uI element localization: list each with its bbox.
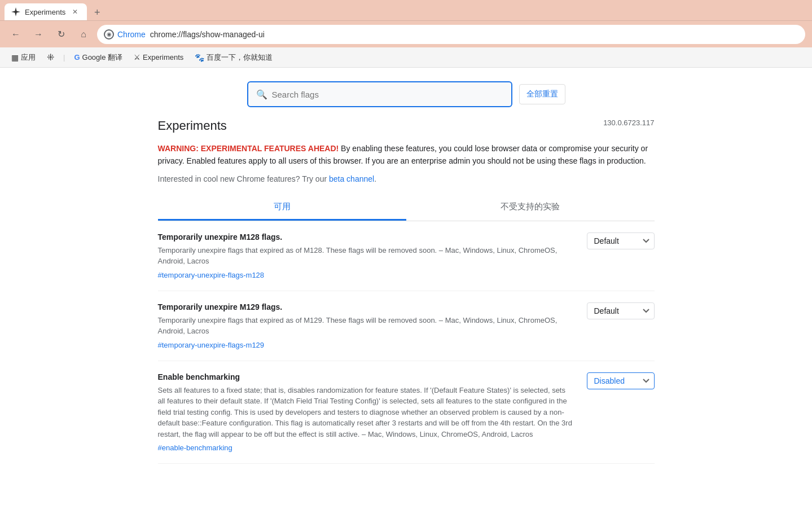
flag-content-m128: Temporarily unexpire M128 flags. Tempora… — [158, 232, 573, 279]
bookmark-experiments-label: Experiments — [143, 53, 183, 62]
search-icon: 🔍 — [256, 89, 267, 100]
flag-control-m129: DefaultEnabledDisabled — [587, 302, 655, 319]
address-bar[interactable]: ◉ Chrome chrome://flags/show-managed-ui — [97, 25, 805, 44]
security-icon: ◉ — [104, 29, 114, 39]
bookmark-google-translate[interactable]: G Google 翻译 — [69, 50, 127, 65]
reset-all-button[interactable]: 全部重置 — [519, 84, 565, 104]
page-title: Experiments — [158, 118, 227, 133]
version-text: 130.0.6723.117 — [603, 118, 654, 127]
browser-tab[interactable]: Experiments ✕ — [5, 3, 87, 20]
reload-button[interactable]: ↻ — [52, 25, 70, 43]
page-body: Experiments 130.0.6723.117 WARNING: EXPE… — [135, 118, 677, 486]
separator-1: | — [63, 53, 65, 62]
flags-list: Temporarily unexpire M128 flags. Tempora… — [158, 221, 655, 464]
tab-title: Experiments — [25, 8, 65, 16]
url-text: chrome://flags/show-managed-ui — [150, 30, 265, 39]
experiments-icon: ⚔ — [134, 53, 141, 62]
bookmark-baidu[interactable]: 🐾 百度一下，你就知道 — [190, 50, 277, 65]
interest-paragraph: Interested in cool new Chrome features? … — [158, 174, 655, 183]
bookmarks-bar: ▦ 应用 ⁜ | G Google 翻译 ⚔ Experiments 🐾 百度一… — [0, 47, 812, 68]
forward-button[interactable]: → — [29, 25, 47, 43]
tab-close-button[interactable]: ✕ — [70, 7, 80, 17]
bookmark-baidu-label: 百度一下，你就知道 — [207, 52, 273, 63]
flag-title-m129: Temporarily unexpire M129 flags. — [158, 302, 573, 311]
tab-available[interactable]: 可用 — [158, 195, 406, 221]
flag-content-benchmarking: Enable benchmarking Sets all features to… — [158, 372, 573, 453]
flag-item-m129: Temporarily unexpire M129 flags. Tempora… — [158, 291, 655, 361]
back-button[interactable]: ← — [7, 25, 25, 43]
baidu-icon: 🐾 — [195, 53, 204, 62]
flag-title-m128: Temporarily unexpire M128 flags. — [158, 232, 573, 242]
flag-desc-m129: Temporarily unexpire flags that expired … — [158, 315, 573, 337]
warning-box: WARNING: EXPERIMENTAL FEATURES AHEAD! By… — [158, 142, 655, 183]
apps-icon: ▦ — [11, 53, 19, 62]
flag-content-m129: Temporarily unexpire M129 flags. Tempora… — [158, 302, 573, 349]
new-tab-button[interactable]: + — [89, 5, 105, 20]
flag-desc-m128: Temporarily unexpire flags that expired … — [158, 245, 573, 267]
tabs-container: 可用 不受支持的实验 — [158, 195, 655, 221]
flag-select-m129[interactable]: DefaultEnabledDisabled — [587, 302, 655, 319]
flag-title-benchmarking: Enable benchmarking — [158, 372, 573, 381]
tab-unavailable[interactable]: 不受支持的实验 — [406, 195, 655, 221]
content-area: 🔍 全部重置 Experiments 130.0.6723.117 WARNIN… — [0, 68, 812, 518]
tab-area: Experiments ✕ + — [5, 0, 105, 20]
beta-channel-link[interactable]: beta channel — [329, 174, 374, 183]
search-box-container: 🔍 — [247, 81, 512, 107]
bookmark-experiments[interactable]: ⚔ Experiments — [129, 51, 188, 64]
bookmark-apps-label: 应用 — [21, 52, 36, 63]
search-input[interactable] — [272, 90, 503, 99]
interest-text: Interested in cool new Chrome features? … — [158, 174, 329, 183]
flag-desc-benchmarking: Sets all features to a fixed state; that… — [158, 385, 573, 440]
warning-paragraph: WARNING: EXPERIMENTAL FEATURES AHEAD! By… — [158, 142, 655, 168]
google-translate-icon: G — [74, 53, 80, 62]
warning-red-text: WARNING: EXPERIMENTAL FEATURES AHEAD! — [158, 144, 339, 153]
flag-control-benchmarking: DefaultEnabledDisabled — [587, 372, 655, 389]
bookmark-apps[interactable]: ▦ 应用 — [7, 50, 40, 65]
flag-control-m128: DefaultEnabledDisabled — [587, 232, 655, 249]
flag-link-m129[interactable]: #temporary-unexpire-flags-m129 — [158, 341, 265, 349]
flag-link-m128[interactable]: #temporary-unexpire-flags-m128 — [158, 271, 265, 279]
flag-item-benchmarking: Enable benchmarking Sets all features to… — [158, 361, 655, 464]
home-button[interactable]: ⌂ — [74, 25, 93, 43]
bookmark-grid[interactable]: ⁜ — [42, 50, 59, 65]
flag-select-benchmarking[interactable]: DefaultEnabledDisabled — [587, 372, 655, 389]
title-bar: Experiments ✕ + — [0, 0, 812, 20]
flag-select-m128[interactable]: DefaultEnabledDisabled — [587, 232, 655, 249]
tab-favicon-icon — [11, 7, 20, 16]
search-area: 🔍 全部重置 — [0, 68, 812, 118]
bookmark-translate-label: Google 翻译 — [82, 52, 123, 63]
page-header: Experiments 130.0.6723.117 — [158, 118, 655, 133]
browser-name: Chrome — [117, 30, 146, 39]
flag-item-m128: Temporarily unexpire M128 flags. Tempora… — [158, 221, 655, 291]
grid-icon: ⁜ — [47, 52, 54, 63]
flag-link-benchmarking[interactable]: #enable-benchmarking — [158, 444, 232, 452]
nav-bar: ← → ↻ ⌂ ◉ Chrome chrome://flags/show-man… — [0, 20, 812, 47]
